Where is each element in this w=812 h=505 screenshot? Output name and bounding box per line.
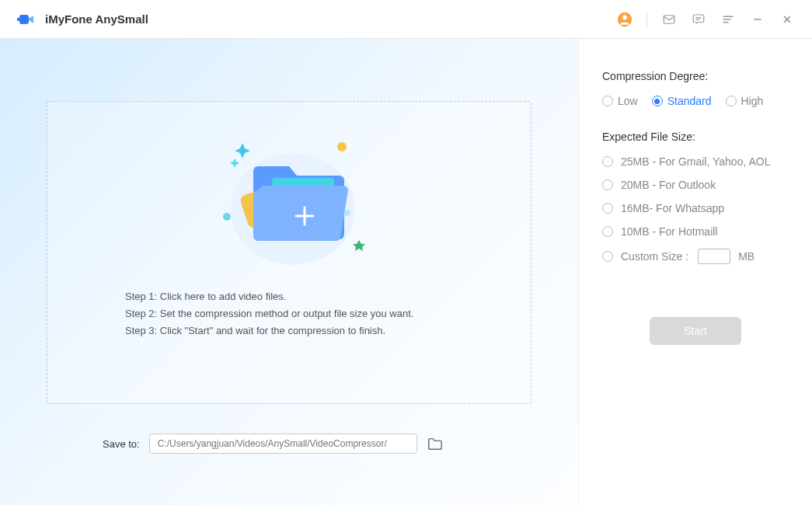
degree-standard[interactable]: Standard <box>652 95 712 107</box>
content-area: Step 1: Click here to add video files. S… <box>0 39 812 505</box>
svg-rect-4 <box>664 15 674 23</box>
size-option-16mb[interactable]: 16MB- For Whatsapp <box>602 202 789 214</box>
save-to-label: Save to: <box>103 438 140 450</box>
svg-rect-1 <box>17 18 21 21</box>
svg-rect-5 <box>693 15 704 23</box>
folder-illustration-icon <box>196 124 382 271</box>
size-option-custom[interactable]: Custom Size : MB <box>602 249 789 264</box>
size-option-20mb[interactable]: 20MB - For Outlook <box>602 179 789 191</box>
svg-point-17 <box>344 210 350 216</box>
browse-folder-icon[interactable] <box>427 436 444 451</box>
custom-size-input[interactable] <box>698 249 730 264</box>
size-option-label: 10MB - For Hotmaill <box>621 225 717 238</box>
titlebar-right <box>617 12 795 27</box>
custom-size-label: Custom Size : <box>621 250 688 263</box>
svg-point-3 <box>622 15 627 19</box>
degree-low-label: Low <box>618 95 638 107</box>
profile-icon[interactable] <box>617 12 633 27</box>
start-button[interactable]: Start <box>650 317 741 345</box>
size-option-label: 20MB - For Outlook <box>621 179 716 191</box>
radio-icon <box>602 96 613 106</box>
radio-icon <box>602 156 613 167</box>
svg-point-16 <box>223 213 231 221</box>
radio-icon <box>652 96 663 106</box>
degree-standard-label: Standard <box>667 95 712 107</box>
radio-icon <box>726 96 737 106</box>
custom-size-unit: MB <box>738 250 754 263</box>
close-icon[interactable] <box>779 12 795 27</box>
sidebar: Compression Degree: Low Standard High Ex… <box>579 39 812 505</box>
menu-icon[interactable] <box>720 12 736 27</box>
degree-high[interactable]: High <box>726 95 764 107</box>
svg-point-15 <box>337 142 347 152</box>
expected-size-title: Expected File Size: <box>602 131 789 143</box>
radio-icon <box>602 251 613 262</box>
app-logo-icon <box>17 9 37 30</box>
titlebar-left: iMyFone AnySmall <box>17 9 148 30</box>
radio-icon <box>602 226 613 237</box>
degree-low[interactable]: Low <box>602 95 638 107</box>
size-option-25mb[interactable]: 25MB - For Gmail, Yahoo, AOL <box>602 155 789 168</box>
main-area: Step 1: Click here to add video files. S… <box>0 39 579 505</box>
radio-icon <box>602 179 613 190</box>
step-1-text: Step 1: Click here to add video files. <box>125 288 413 305</box>
save-path-input[interactable] <box>149 434 417 454</box>
app-title: iMyFone AnySmall <box>45 12 148 26</box>
feedback-icon[interactable] <box>691 12 706 27</box>
minimize-icon[interactable] <box>750 12 765 27</box>
size-option-10mb[interactable]: 10MB - For Hotmaill <box>602 225 789 238</box>
separator <box>646 12 647 27</box>
save-row: Save to: <box>47 434 531 454</box>
instructions: Step 1: Click here to add video files. S… <box>125 288 413 340</box>
dropzone[interactable]: Step 1: Click here to add video files. S… <box>47 101 531 404</box>
mail-icon[interactable] <box>661 12 677 27</box>
expected-size-group: 25MB - For Gmail, Yahoo, AOL 20MB - For … <box>602 155 789 264</box>
radio-icon <box>602 203 613 214</box>
degree-high-label: High <box>741 95 764 107</box>
step-2-text: Step 2: Set the compression method or ou… <box>125 305 413 322</box>
compression-degree-group: Low Standard High <box>602 95 789 107</box>
compression-degree-title: Compression Degree: <box>602 70 789 82</box>
step-3-text: Step 3: Click "Start" and wait for the c… <box>125 322 413 340</box>
size-option-label: 16MB- For Whatsapp <box>621 202 724 214</box>
size-option-label: 25MB - For Gmail, Yahoo, AOL <box>621 155 770 168</box>
titlebar: iMyFone AnySmall <box>0 0 812 39</box>
